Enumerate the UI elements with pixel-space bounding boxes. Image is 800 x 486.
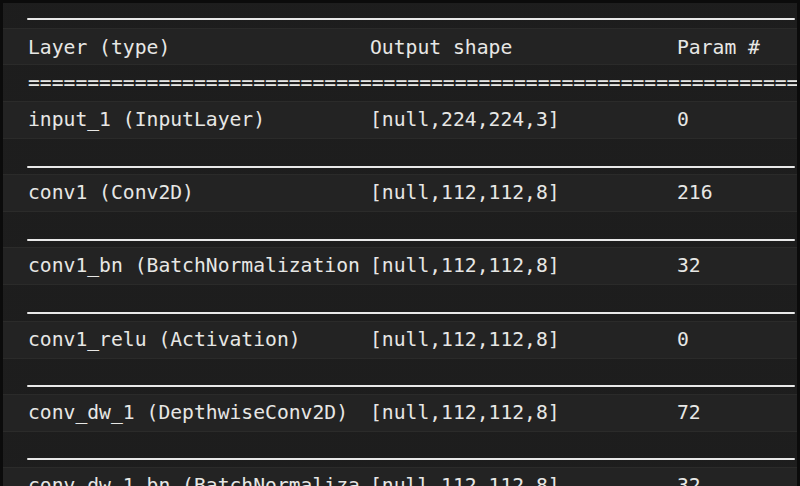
param-count-cell: 72 (677, 403, 701, 423)
equals-separator: ========================================… (28, 73, 798, 93)
window-border-left (0, 0, 3, 486)
param-count-cell: 0 (677, 330, 689, 350)
param-count-cell: 32 (677, 476, 701, 486)
row-divider-line (27, 166, 795, 168)
divider-line-top (27, 18, 795, 20)
param-count-cell: 32 (677, 256, 701, 276)
column-header-output-shape: Output shape (370, 38, 512, 58)
output-shape-cell: [null,112,112,8] (370, 476, 560, 486)
column-header-layer: Layer (type) (28, 38, 170, 58)
layer-name-cell: conv_dw_1 (DepthwiseConv2D) (28, 403, 348, 423)
param-count-cell: 216 (677, 183, 713, 203)
row-divider-line (27, 458, 795, 460)
output-shape-cell: [null,112,112,8] (370, 330, 560, 350)
window-border-top (0, 0, 800, 3)
output-shape-cell: [null,224,224,3] (370, 110, 560, 130)
column-header-param: Param # (677, 38, 760, 58)
layer-name-cell: conv1_relu (Activation) (28, 330, 301, 350)
param-count-cell: 0 (677, 110, 689, 130)
output-shape-cell: [null,112,112,8] (370, 183, 560, 203)
row-divider-line (27, 312, 795, 314)
row-divider-line (27, 239, 795, 241)
output-shape-cell: [null,112,112,8] (370, 403, 560, 423)
layer-name-cell: input_1 (InputLayer) (28, 110, 265, 130)
layer-name-cell: conv1_bn (BatchNormalization (28, 256, 360, 276)
layer-name-cell: conv1 (Conv2D) (28, 183, 194, 203)
terminal-screen: Layer (type) Output shape Param # ======… (0, 0, 800, 486)
output-shape-cell: [null,112,112,8] (370, 256, 560, 276)
layer-name-cell: conv_dw_1_bn (BatchNormaliza (28, 476, 360, 486)
row-divider-line (27, 385, 795, 387)
